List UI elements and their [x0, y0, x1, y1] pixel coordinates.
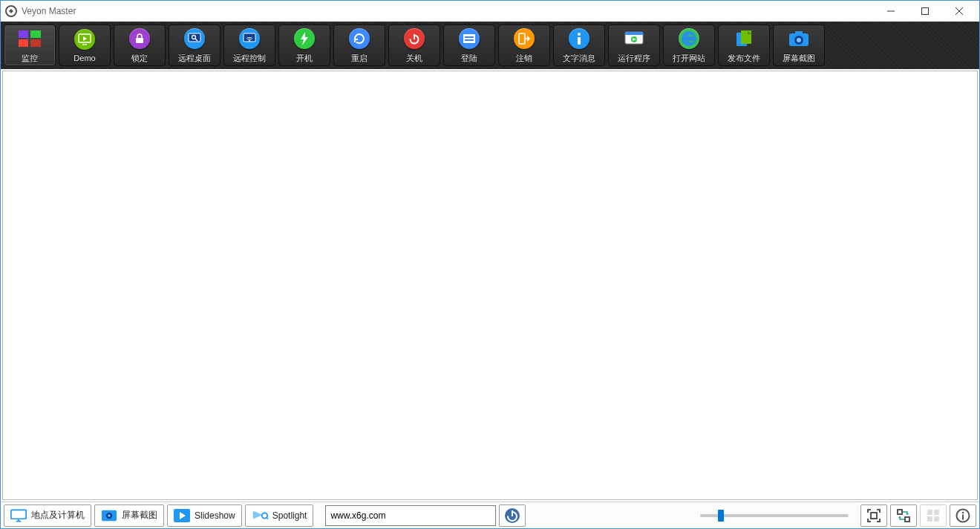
svg-rect-12: [463, 34, 475, 43]
monitor-tiles-icon: [19, 27, 41, 50]
toolbar-label: 开机: [296, 53, 313, 64]
demo-button[interactable]: Demo: [59, 25, 111, 66]
globe-icon: [678, 27, 700, 50]
grid-icon: [926, 508, 941, 523]
reboot-button[interactable]: 重启: [333, 25, 385, 66]
svg-rect-3: [19, 39, 28, 47]
fit-screen-button[interactable]: [860, 504, 887, 527]
toolbar-label: 注销: [516, 53, 532, 64]
run-program-button[interactable]: 运行程序: [608, 25, 660, 66]
run-icon: [623, 27, 645, 50]
svg-rect-38: [905, 517, 909, 522]
svg-point-31: [108, 514, 111, 517]
screenshots-panel-button[interactable]: 屏幕截图: [94, 504, 164, 527]
power-icon: [504, 507, 520, 524]
bottom-bar: 地点及计算机 屏幕截图 Slideshow Spotlight: [1, 502, 979, 528]
remote-view-button[interactable]: 远程桌面: [169, 25, 220, 66]
file-transfer-button[interactable]: 发布文件: [718, 25, 770, 66]
close-button[interactable]: [942, 1, 976, 22]
grid-arrange-button[interactable]: [920, 504, 947, 527]
power-on-button[interactable]: 开机: [278, 25, 330, 66]
svg-point-10: [249, 40, 250, 42]
svg-rect-19: [625, 32, 643, 35]
locations-panel-button[interactable]: 地点及计算机: [4, 504, 91, 527]
maximize-button[interactable]: [908, 1, 942, 22]
camera-icon: [101, 509, 117, 522]
screen-wifi-icon: [238, 27, 261, 50]
toolbar-label: 关机: [406, 53, 422, 64]
text-message-button[interactable]: 文字消息: [553, 25, 605, 66]
screenshot-button[interactable]: 屏幕截图: [773, 25, 825, 66]
app-icon: [5, 5, 17, 17]
svg-rect-36: [871, 513, 877, 519]
svg-rect-23: [741, 30, 751, 44]
title-bar: Veyon Master: [1, 1, 979, 22]
svg-rect-42: [934, 516, 939, 522]
power-off-button[interactable]: 关机: [388, 25, 440, 66]
zoom-slider[interactable]: [700, 514, 849, 517]
panel-label: Slideshow: [195, 510, 235, 521]
svg-rect-14: [465, 39, 474, 41]
screen-play-icon: [74, 28, 96, 51]
reload-icon: [348, 27, 370, 50]
panel-label: 屏幕截图: [122, 509, 157, 522]
camera-icon: [788, 27, 810, 50]
svg-rect-41: [927, 516, 932, 522]
svg-point-27: [797, 38, 801, 42]
svg-rect-13: [465, 36, 474, 38]
window-title: Veyon Master: [22, 6, 76, 16]
svg-point-16: [578, 33, 581, 36]
svg-point-44: [962, 511, 964, 513]
monitor-icon: [10, 509, 27, 522]
toolbar-label: 屏幕截图: [783, 53, 815, 64]
auto-arrange-button[interactable]: [890, 504, 917, 527]
remote-control-button[interactable]: 远程控制: [223, 25, 275, 66]
svg-rect-25: [795, 31, 803, 35]
power-icon: [403, 27, 425, 50]
svg-rect-40: [934, 510, 939, 515]
monitor-button[interactable]: 监控: [4, 25, 56, 66]
svg-rect-0: [922, 8, 929, 15]
svg-rect-28: [11, 510, 26, 519]
svg-rect-17: [578, 37, 581, 45]
files-icon: [733, 27, 755, 50]
play-icon: [174, 509, 190, 522]
info-icon: [956, 508, 970, 523]
spotlight-panel-button[interactable]: Spotlight: [245, 504, 314, 527]
toolbar-label: 重启: [351, 53, 368, 64]
svg-rect-7: [189, 33, 200, 42]
toolbar-label: 发布文件: [728, 53, 760, 64]
open-website-button[interactable]: 打开网站: [663, 25, 715, 66]
toolbar-label: 锁定: [131, 53, 148, 64]
toolbar-label: 远程控制: [233, 53, 266, 64]
lock-icon: [128, 27, 151, 50]
toolbar-label: Demo: [74, 53, 95, 62]
svg-point-21: [682, 31, 696, 46]
about-button[interactable]: [950, 504, 976, 527]
power-toggle-button[interactable]: [499, 504, 526, 527]
svg-rect-4: [30, 39, 41, 47]
arrange-icon: [896, 508, 911, 523]
svg-rect-15: [519, 33, 525, 44]
slideshow-panel-button[interactable]: Slideshow: [167, 504, 242, 527]
login-icon: [458, 27, 480, 50]
info-icon: [568, 27, 590, 50]
screen-search-icon: [183, 27, 206, 50]
svg-rect-1: [19, 30, 28, 38]
content-area[interactable]: [2, 71, 978, 500]
logout-icon: [513, 27, 535, 50]
bolt-icon: [293, 27, 316, 50]
lock-button[interactable]: 锁定: [114, 25, 166, 66]
login-button[interactable]: 登陆: [443, 25, 495, 66]
minimize-button[interactable]: [874, 1, 908, 22]
search-input[interactable]: [325, 505, 496, 526]
slider-thumb[interactable]: [718, 510, 724, 522]
svg-point-33: [261, 513, 267, 518]
toolbar-label: 打开网站: [673, 53, 705, 64]
svg-rect-2: [30, 30, 41, 38]
panel-label: Spotlight: [272, 510, 307, 521]
fit-screen-icon: [866, 508, 881, 523]
toolbar-label: 远程桌面: [178, 53, 211, 64]
window-controls: [874, 1, 976, 22]
logout-button[interactable]: 注销: [498, 25, 550, 66]
